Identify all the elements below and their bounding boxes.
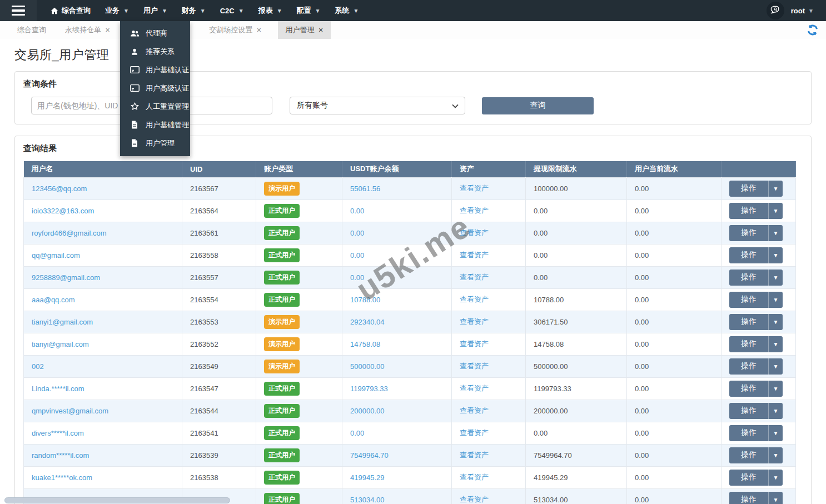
nav-item-5[interactable]: C2C▼: [213, 0, 251, 21]
view-assets-link[interactable]: 查看资产: [460, 406, 489, 415]
action-button[interactable]: 操作: [729, 270, 768, 286]
usdt-balance-link[interactable]: 0.00: [350, 229, 364, 237]
action-caret-button[interactable]: ▼: [768, 247, 783, 263]
action-button[interactable]: 操作: [729, 358, 768, 375]
view-assets-link[interactable]: 查看资产: [460, 362, 489, 370]
action-caret-button[interactable]: ▼: [768, 203, 783, 219]
dropdown-item[interactable]: 用户管理: [120, 134, 190, 152]
close-icon[interactable]: ✕: [256, 27, 261, 34]
username-link[interactable]: royford466@gmail.com: [32, 229, 107, 237]
action-caret-button[interactable]: ▼: [768, 336, 783, 352]
nav-item-4[interactable]: 财务▼: [175, 0, 213, 21]
view-assets-link[interactable]: 查看资产: [460, 428, 489, 437]
action-caret-button[interactable]: ▼: [768, 470, 783, 486]
action-button[interactable]: 操作: [729, 425, 768, 441]
action-button[interactable]: 操作: [729, 314, 768, 330]
usdt-balance-link[interactable]: 419945.29: [350, 473, 384, 482]
usdt-balance-link[interactable]: 0.00: [350, 273, 364, 282]
dropdown-item[interactable]: 用户基础管理: [120, 116, 190, 134]
action-button[interactable]: 操作: [729, 470, 768, 486]
usdt-balance-link[interactable]: 513034.00: [350, 496, 384, 504]
sidebar-toggle-button[interactable]: [0, 0, 37, 21]
dropdown-item[interactable]: 人工重置管理: [120, 97, 190, 116]
action-button[interactable]: 操作: [729, 181, 768, 197]
view-assets-link[interactable]: 查看资产: [460, 273, 489, 281]
action-caret-button[interactable]: ▼: [768, 403, 783, 419]
username-link[interactable]: Linda.*****il.com: [32, 385, 84, 393]
view-assets-link[interactable]: 查看资产: [460, 495, 489, 503]
dropdown-item[interactable]: 用户基础认证: [120, 61, 190, 79]
usdt-balance-link[interactable]: 1199793.33: [350, 385, 388, 393]
usdt-balance-link[interactable]: 0.00: [350, 207, 364, 215]
dropdown-item[interactable]: 用户高级认证: [120, 79, 190, 97]
action-button[interactable]: 操作: [729, 292, 768, 308]
username-link[interactable]: tianyi@gmail.com: [32, 340, 89, 348]
dropdown-item[interactable]: 推荐关系: [120, 42, 190, 61]
nav-item-2[interactable]: 业务▼: [98, 0, 136, 21]
username-link[interactable]: divers*****il.com: [32, 429, 84, 437]
view-assets-link[interactable]: 查看资产: [460, 206, 489, 214]
usdt-balance-link[interactable]: 55061.56: [350, 184, 380, 193]
action-button[interactable]: 操作: [729, 403, 768, 419]
usdt-balance-link[interactable]: 10788.00: [350, 296, 380, 304]
action-button[interactable]: 操作: [729, 247, 768, 263]
action-caret-button[interactable]: ▼: [768, 314, 783, 330]
action-caret-button[interactable]: ▼: [768, 181, 783, 197]
action-caret-button[interactable]: ▼: [768, 270, 783, 286]
user-menu[interactable]: root ▼: [791, 7, 814, 15]
username-link[interactable]: random*****il.com: [32, 451, 89, 460]
chat-button[interactable]: [767, 2, 784, 19]
view-assets-link[interactable]: 查看资产: [460, 340, 489, 348]
action-button[interactable]: 操作: [729, 203, 768, 219]
view-assets-link[interactable]: 查看资产: [460, 451, 489, 459]
username-link[interactable]: qq@gmail.com: [32, 251, 80, 260]
username-link[interactable]: 9258889@gmail.com: [32, 273, 100, 282]
tab-综合查询[interactable]: 综合查询: [10, 21, 53, 39]
username-link[interactable]: 002: [32, 362, 44, 371]
view-assets-link[interactable]: 查看资产: [460, 228, 489, 237]
nav-item-8[interactable]: 系统▼: [327, 0, 366, 21]
account-type-select[interactable]: 所有账号: [290, 97, 465, 114]
action-button[interactable]: 操作: [729, 336, 768, 352]
view-assets-link[interactable]: 查看资产: [460, 184, 489, 192]
username-link[interactable]: ioio3322@163.com: [32, 207, 94, 215]
usdt-balance-link[interactable]: 0.00: [350, 251, 364, 260]
action-button[interactable]: 操作: [729, 381, 768, 397]
search-button[interactable]: 查询: [482, 97, 594, 114]
action-caret-button[interactable]: ▼: [768, 292, 783, 308]
view-assets-link[interactable]: 查看资产: [460, 251, 489, 259]
action-button[interactable]: 操作: [729, 492, 768, 504]
usdt-balance-link[interactable]: 7549964.70: [350, 451, 389, 460]
refresh-button[interactable]: [807, 24, 819, 36]
usdt-balance-link[interactable]: 292340.04: [350, 318, 384, 326]
usdt-balance-link[interactable]: 500000.00: [350, 362, 384, 371]
action-caret-button[interactable]: ▼: [768, 425, 783, 441]
view-assets-link[interactable]: 查看资产: [460, 317, 489, 326]
nav-item-1[interactable]: 综合查询: [43, 0, 98, 21]
action-caret-button[interactable]: ▼: [768, 358, 783, 375]
username-link[interactable]: tianyi1@gmail.com: [32, 318, 93, 326]
tab-永续持仓单[interactable]: 永续持仓单✕: [58, 21, 117, 39]
username-link[interactable]: kuake1*****ok.com: [32, 473, 92, 482]
view-assets-link[interactable]: 查看资产: [460, 473, 489, 481]
usdt-balance-link[interactable]: 0.00: [350, 429, 364, 437]
usdt-balance-link[interactable]: 14758.08: [350, 340, 380, 348]
view-assets-link[interactable]: 查看资产: [460, 384, 489, 392]
action-caret-button[interactable]: ▼: [768, 447, 783, 463]
close-icon[interactable]: ✕: [318, 27, 323, 34]
nav-item-3-open[interactable]: 用户▼: [136, 0, 175, 21]
action-caret-button[interactable]: ▼: [768, 492, 783, 504]
username-link[interactable]: 123456@qq.com: [32, 184, 87, 193]
action-button[interactable]: 操作: [729, 225, 768, 241]
tab-用户管理[interactable]: 用户管理✕: [278, 21, 330, 39]
close-icon[interactable]: ✕: [105, 27, 110, 34]
tab-交割场控设置[interactable]: 交割场控设置✕: [202, 21, 268, 39]
username-link[interactable]: aaa@qq.com: [32, 296, 75, 304]
nav-item-6[interactable]: 报表▼: [251, 0, 290, 21]
horizontal-scrollbar-thumb[interactable]: [4, 497, 230, 503]
view-assets-link[interactable]: 查看资产: [460, 295, 489, 303]
action-caret-button[interactable]: ▼: [768, 225, 783, 241]
usdt-balance-link[interactable]: 200000.00: [350, 407, 384, 415]
action-caret-button[interactable]: ▼: [768, 381, 783, 397]
action-button[interactable]: 操作: [729, 447, 768, 463]
